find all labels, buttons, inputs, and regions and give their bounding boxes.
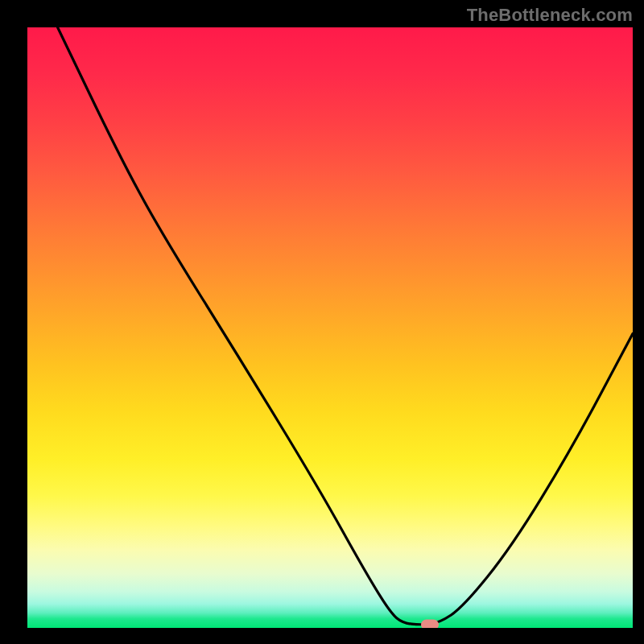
chart-frame: TheBottleneck.com — [0, 0, 644, 644]
plot-area — [27, 27, 633, 628]
bottleneck-curve — [27, 27, 633, 628]
optimal-marker — [421, 619, 439, 628]
curve-path — [58, 27, 633, 625]
watermark-text: TheBottleneck.com — [467, 5, 633, 26]
